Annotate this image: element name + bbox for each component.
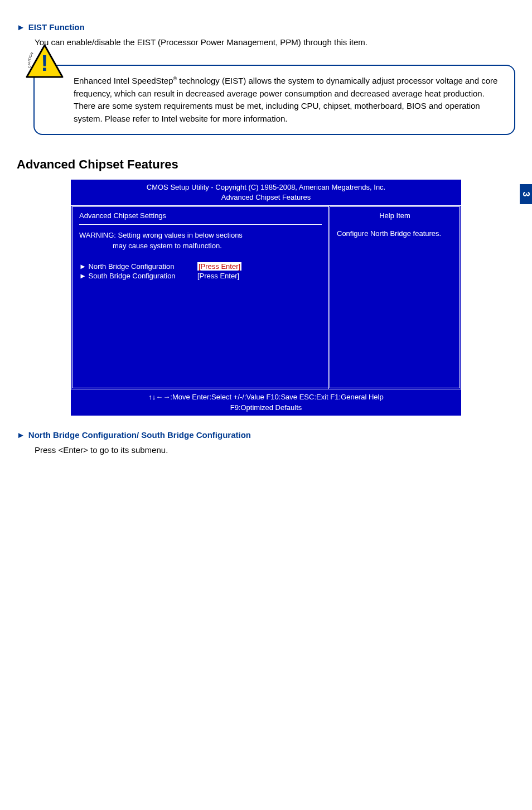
arrow-right-icon: ► xyxy=(17,22,25,32)
bios-warning-line1: WARNING: Setting wrong values in below s… xyxy=(79,231,243,239)
bios-warning: WARNING: Setting wrong values in below s… xyxy=(79,230,322,250)
bios-title-bar: CMOS Setup Utility - Copyright (C) 1985-… xyxy=(71,180,461,205)
eist-body-text: You can enable/disable the EIST (Process… xyxy=(35,36,515,48)
bios-left-header: Advanced Chipset Settings xyxy=(79,211,322,225)
bios-main-area: Advanced Chipset Settings WARNING: Setti… xyxy=(71,205,461,389)
eist-section-header: ►EIST Function xyxy=(17,22,515,32)
bios-item-south-bridge[interactable]: South Bridge Configuration [Press Enter] xyxy=(79,272,322,280)
bios-item-value: [Press Enter] xyxy=(197,272,239,280)
bridge-config-body-text: Press <Enter> to go to its submenu. xyxy=(35,444,515,456)
eist-header-text: EIST Function xyxy=(28,22,85,32)
caution-triangle-icon: ! CAUTION xyxy=(25,44,64,85)
svg-text:!: ! xyxy=(41,51,48,75)
bios-screenshot: CMOS Setup Utility - Copyright (C) 1985-… xyxy=(70,179,462,417)
bios-warning-line2: may cause system to malfunction. xyxy=(113,242,222,250)
bios-item-label: South Bridge Configuration xyxy=(79,272,191,280)
bios-footer: ↑↓←→:Move Enter:Select +/-/:Value F10:Sa… xyxy=(71,389,461,415)
advanced-chipset-heading: Advanced Chipset Features xyxy=(17,157,515,172)
bios-left-panel: Advanced Chipset Settings WARNING: Setti… xyxy=(71,205,328,389)
bios-title-line1: CMOS Setup Utility - Copyright (C) 1985-… xyxy=(147,183,385,191)
side-tab-number: 3 xyxy=(521,192,531,197)
caution-text: Enhanced Intel SpeedStep® technology (EI… xyxy=(33,65,515,135)
bridge-config-section-header: ►North Bridge Configuration/ South Bridg… xyxy=(17,430,515,440)
arrow-right-icon: ► xyxy=(17,430,25,440)
bios-item-north-bridge[interactable]: North Bridge Configuration [Press Enter] xyxy=(79,262,322,271)
bios-footer-line2: F9:Optimized Defaults xyxy=(230,403,302,412)
bridge-config-header-text: North Bridge Configuration/ South Bridge… xyxy=(28,430,251,440)
bios-right-panel: Help Item Configure North Bridge feature… xyxy=(328,205,461,389)
bios-item-value-highlighted: [Press Enter] xyxy=(197,262,241,271)
bios-item-label: North Bridge Configuration xyxy=(79,262,191,271)
caution-container: ! CAUTION Enhanced Intel SpeedStep® tech… xyxy=(33,65,515,135)
bios-footer-line1: ↑↓←→:Move Enter:Select +/-/:Value F10:Sa… xyxy=(148,393,383,401)
bios-help-text: Configure North Bridge features. xyxy=(337,229,453,239)
caution-text-pre: Enhanced Intel SpeedStep xyxy=(74,76,173,85)
chapter-side-tab: 3 xyxy=(520,184,532,204)
bios-title-line2: Advanced Chipset Features xyxy=(221,193,311,201)
bios-help-header: Help Item xyxy=(337,211,453,224)
